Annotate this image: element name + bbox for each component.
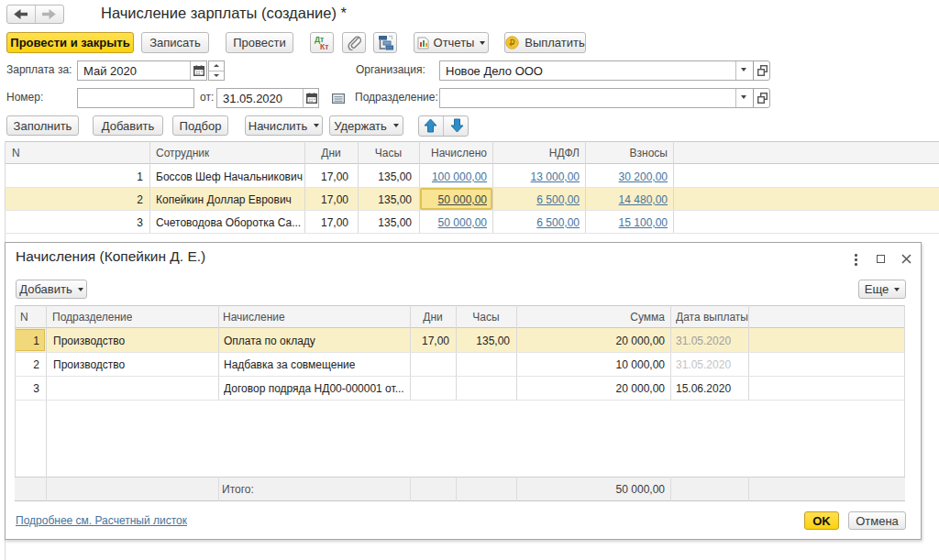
svg-text:Кт: Кт	[320, 42, 328, 50]
svg-text:₽: ₽	[510, 38, 515, 48]
